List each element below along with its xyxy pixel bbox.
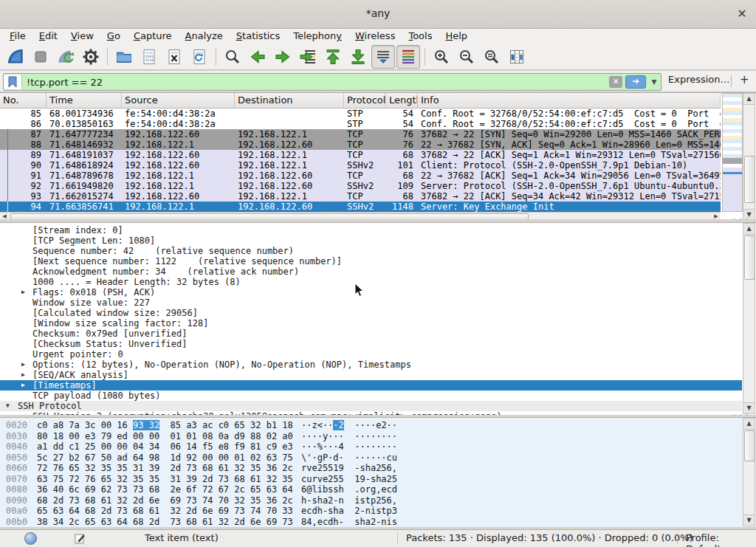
- go-first-icon[interactable]: [321, 45, 345, 69]
- column-header-time[interactable]: Time: [47, 93, 122, 108]
- hex-bytes[interactable]: 38 34 2c 65 63 64 68 2d 73 68 61 32 2d 6…: [37, 517, 293, 528]
- detail-line-10[interactable]: Checksum: 0x79ed [unverified]: [0, 328, 742, 339]
- menu-analyze[interactable]: Analyze: [179, 29, 230, 44]
- scroll-up-icon[interactable]: [743, 419, 755, 430]
- menu-tools[interactable]: Tools: [402, 29, 439, 44]
- detail-line-8[interactable]: [Calculated window size: 29056]: [0, 308, 742, 318]
- menu-capture[interactable]: Capture: [127, 29, 179, 44]
- details-vscrollbar[interactable]: [743, 223, 755, 414]
- capture-options-icon[interactable]: [79, 45, 103, 69]
- save-file-icon[interactable]: 01010110: [137, 45, 161, 69]
- packet-row-89[interactable]: 8971.648191037192.168.122.60192.168.122.…: [0, 150, 721, 160]
- filter-bookmark-button[interactable]: [4, 75, 22, 89]
- go-forward-icon[interactable]: [271, 45, 295, 69]
- menu-telephony[interactable]: Telephony: [286, 29, 348, 44]
- expression-button[interactable]: Expression…: [668, 74, 730, 85]
- colorize-icon[interactable]: [396, 45, 420, 69]
- reload-file-icon[interactable]: [188, 45, 211, 69]
- column-header-no[interactable]: No.: [0, 93, 47, 108]
- hex-row-0070[interactable]: 007063 75 72 76 65 32 35 35 31 39 2d 73 …: [0, 474, 756, 485]
- filter-value[interactable]: !tcp.port == 22: [22, 77, 609, 88]
- hex-bytes[interactable]: 5c 27 b2 67 50 ad 64 98 1d 92 00 00 01 0…: [37, 453, 293, 464]
- filter-dropdown-icon[interactable]: [649, 76, 659, 88]
- packet-row-91[interactable]: 9171.648789678192.168.122.1192.168.122.6…: [0, 171, 721, 181]
- apply-filter-icon[interactable]: [625, 75, 646, 89]
- menu-view[interactable]: View: [64, 29, 100, 44]
- detail-line-13[interactable]: ▶Options: (12 bytes), No-Operation (NOP)…: [0, 359, 742, 370]
- column-header-length[interactable]: Length: [386, 93, 418, 108]
- detail-line-2[interactable]: Sequence number: 42 (relative sequence n…: [0, 246, 742, 256]
- capture-comment-icon[interactable]: [75, 533, 86, 544]
- menu-statistics[interactable]: Statistics: [230, 29, 286, 44]
- hex-bytes[interactable]: a1 dd c1 25 00 00 04 34 06 14 f5 e8 f9 8…: [37, 441, 293, 453]
- ascii-bytes[interactable]: curve255 19-sha25: [301, 474, 397, 485]
- go-back-icon[interactable]: [246, 45, 269, 69]
- packet-row-86[interactable]: 8670.013850163fe:54:00:d4:38:2aSTP54Conf…: [0, 119, 721, 129]
- packet-row-85[interactable]: 8568.001734936fe:54:00:d4:38:2aSTP54Conf…: [0, 109, 721, 119]
- scrollbar-thumb[interactable]: [744, 430, 755, 461]
- menu-edit[interactable]: Edit: [32, 29, 64, 44]
- scrollbar-thumb[interactable]: [744, 235, 755, 280]
- hex-bytes[interactable]: 80 18 00 e3 79 ed 00 00 01 01 08 0a d9 8…: [37, 431, 293, 442]
- hex-bytes[interactable]: 36 40 6c 69 62 73 73 68 2e 6f 72 67 2c 6…: [37, 484, 293, 495]
- add-filter-button[interactable]: +: [740, 73, 749, 86]
- detail-line-16[interactable]: TCP payload (1080 bytes): [0, 391, 742, 401]
- ascii-bytes[interactable]: 84,ecdh- sha2-nis: [301, 517, 397, 528]
- packet-list-header[interactable]: No.TimeSourceDestinationProtocolLengthIn…: [0, 93, 721, 109]
- stop-capture-icon[interactable]: [29, 45, 52, 69]
- close-icon[interactable]: [734, 6, 750, 22]
- detail-line-7[interactable]: Window size value: 227: [0, 297, 742, 308]
- menu-file[interactable]: File: [3, 29, 32, 44]
- hex-bytes[interactable]: 63 75 72 76 65 32 35 35 31 39 2d 73 68 6…: [37, 474, 293, 485]
- hex-bytes[interactable]: 65 63 64 68 2d 73 68 61 32 2d 6e 69 73 7…: [37, 506, 293, 517]
- ascii-bytes[interactable]: ecdh-sha 2-nistp3: [301, 506, 397, 517]
- column-header-source[interactable]: Source: [122, 93, 235, 108]
- ascii-bytes[interactable]: \'·gP·d· ······cu: [301, 453, 397, 464]
- detail-line-12[interactable]: Urgent pointer: 0: [0, 349, 742, 359]
- scrollbar-thumb[interactable]: [744, 156, 755, 203]
- clear-filter-icon[interactable]: [609, 76, 622, 88]
- detail-line-6[interactable]: ▶Flags: 0x018 (PSH, ACK): [0, 287, 742, 297]
- intelligent-scrollbar-minimap[interactable]: [722, 93, 743, 212]
- hex-bytes[interactable]: c0 a8 7a 3c 00 16 93 32 85 a3 ac c0 65 3…: [37, 420, 293, 431]
- go-to-packet-icon[interactable]: [296, 45, 320, 69]
- zoom-reset-icon[interactable]: [480, 45, 504, 69]
- hex-row-0080[interactable]: 008036 40 6c 69 62 73 73 68 2e 6f 72 67 …: [0, 484, 756, 495]
- ascii-bytes[interactable]: ··z<···2 ····e2··: [301, 420, 397, 431]
- hex-row-00a0[interactable]: 00a065 63 64 68 2d 73 68 61 32 2d 6e 69 …: [0, 506, 756, 517]
- expert-info-icon[interactable]: [24, 532, 37, 545]
- find-packet-icon[interactable]: [221, 45, 244, 69]
- start-capture-icon[interactable]: [4, 45, 27, 69]
- hex-row-0050[interactable]: 00505c 27 b2 67 50 ad 64 98 1d 92 00 00 …: [0, 453, 756, 464]
- menu-go[interactable]: Go: [100, 29, 127, 44]
- detail-line-14[interactable]: ▶[SEQ/ACK analysis]: [0, 370, 742, 380]
- hex-bytes[interactable]: 68 2d 73 68 61 32 2d 6e 69 73 74 70 32 3…: [37, 495, 293, 506]
- hex-bytes[interactable]: 72 76 65 32 35 35 31 39 2d 73 68 61 32 3…: [37, 463, 293, 474]
- profile-text[interactable]: Profile: Default: [686, 532, 756, 547]
- column-header-protocol[interactable]: Protocol: [344, 93, 386, 108]
- ascii-bytes[interactable]: rve25519 -sha256,: [301, 463, 397, 474]
- hex-row-0040[interactable]: 0040a1 dd c1 25 00 00 04 34 06 14 f5 e8 …: [0, 441, 756, 453]
- ascii-bytes[interactable]: h-sha2-n istp256,: [301, 495, 397, 506]
- display-filter-input[interactable]: !tcp.port == 22: [3, 73, 662, 91]
- bytes-vscrollbar[interactable]: [743, 418, 755, 526]
- detail-line-15[interactable]: ▶[Timestamps]: [0, 380, 742, 391]
- go-last-icon[interactable]: [346, 45, 370, 69]
- expand-icon[interactable]: ▶: [21, 287, 25, 297]
- column-header-info[interactable]: Info: [418, 93, 721, 108]
- packet-row-88[interactable]: 8871.648146932192.168.122.1192.168.122.6…: [0, 140, 721, 150]
- close-file-icon[interactable]: [162, 45, 186, 69]
- detail-line-11[interactable]: [Checksum Status: Unverified]: [0, 339, 742, 349]
- hex-row-0020[interactable]: 0020c0 a8 7a 3c 00 16 93 32 85 a3 ac c0 …: [0, 420, 756, 431]
- packet-row-87[interactable]: 8771.647777234192.168.122.60192.168.122.…: [0, 129, 721, 140]
- hex-row-0090[interactable]: 009068 2d 73 68 61 32 2d 6e 69 73 74 70 …: [0, 495, 756, 506]
- packet-row-93[interactable]: 9371.662015274192.168.122.60192.168.122.…: [0, 191, 721, 202]
- expand-icon[interactable]: ▶: [21, 370, 25, 380]
- column-header-destination[interactable]: Destination: [235, 93, 344, 108]
- menu-wireless[interactable]: Wireless: [348, 29, 402, 44]
- resize-columns-icon[interactable]: [505, 45, 529, 69]
- scroll-down-icon[interactable]: [743, 515, 755, 526]
- detail-line-17[interactable]: ▼SSH Protocol: [0, 401, 742, 411]
- ascii-bytes[interactable]: ····y··· ········: [301, 431, 397, 442]
- scroll-up-icon[interactable]: [743, 94, 755, 105]
